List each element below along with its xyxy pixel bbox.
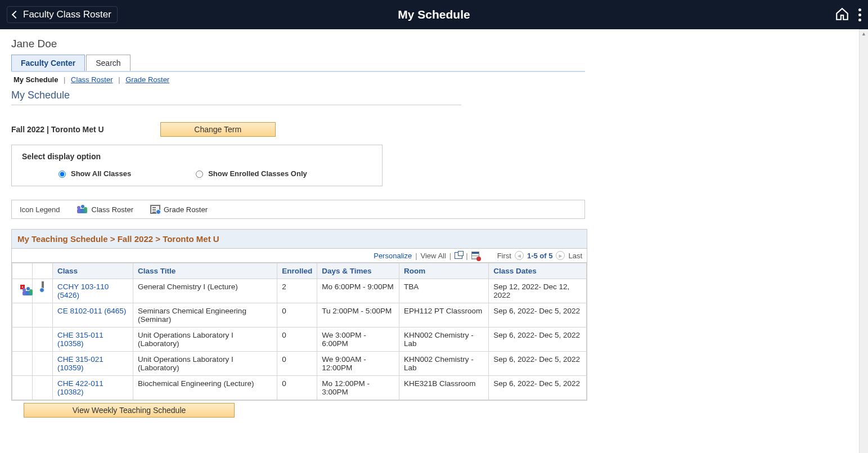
- cell-days: We 3:00PM - 6:00PM: [317, 328, 399, 352]
- cell-room: EPH112 PT Classroom: [399, 303, 488, 328]
- scroll-up-icon[interactable]: ▲: [860, 29, 868, 38]
- subnav-my-schedule[interactable]: My Schedule: [14, 75, 58, 84]
- pager-last[interactable]: Last: [568, 252, 582, 260]
- cell-room: KHN002 Chemistry - Lab: [399, 328, 488, 352]
- table-row: CHE 315-021 (10359)Unit Operations Labor…: [12, 352, 587, 376]
- cell-title: Seminars Chemical Engineering (Seminar): [133, 303, 277, 328]
- change-term-button[interactable]: Change Term: [160, 122, 276, 137]
- back-label: Faculty Class Roster: [23, 9, 111, 20]
- cell-days: Tu 2:00PM - 5:00PM: [317, 303, 399, 328]
- pager-next[interactable]: ►: [556, 251, 565, 260]
- cell-enrolled: 0: [277, 376, 317, 400]
- subnav-class-roster[interactable]: Class Roster: [71, 75, 113, 84]
- col-enrolled[interactable]: Enrolled: [277, 263, 317, 279]
- teaching-schedule-section: My Teaching Schedule > Fall 2022 > Toron…: [11, 229, 587, 401]
- cell-enrolled: 2: [277, 279, 317, 303]
- class-link[interactable]: CHE 315-021 (10359): [57, 355, 104, 372]
- grade-roster-icon: [150, 205, 160, 214]
- primary-tabs: Faculty Center Search: [11, 55, 585, 72]
- cell-title: Unit Operations Laboratory I (Laboratory…: [133, 328, 277, 352]
- cell-enrolled: 0: [277, 328, 317, 352]
- view-all-link[interactable]: View All: [421, 252, 446, 260]
- cell-enrolled: 0: [277, 352, 317, 376]
- cell-title: General Chemistry I (Lecture): [133, 279, 277, 303]
- page-heading: My Schedule: [11, 89, 461, 105]
- cell-title: Biochemical Engineering (Lecture): [133, 376, 277, 400]
- table-row: CHE 315-011 (10358)Unit Operations Labor…: [12, 328, 587, 352]
- radio-show-enrolled-input[interactable]: [196, 171, 203, 178]
- cell-dates: Sep 6, 2022- Dec 5, 2022: [489, 303, 587, 328]
- radio-show-enrolled[interactable]: Show Enrolled Classes Only: [193, 169, 307, 178]
- radio-show-enrolled-label: Show Enrolled Classes Only: [208, 169, 307, 178]
- cell-dates: Sep 12, 2022- Dec 12, 2022: [489, 279, 587, 303]
- vertical-scrollbar[interactable]: ▲: [859, 29, 868, 423]
- class-link[interactable]: CE 8102-011 (6465): [57, 307, 126, 315]
- col-room[interactable]: Room: [399, 263, 488, 279]
- tab-search[interactable]: Search: [86, 55, 130, 71]
- col-days-times[interactable]: Days & Times: [317, 263, 399, 279]
- term-label: Fall 2022 | Toronto Met U: [11, 125, 104, 134]
- class-link[interactable]: CHE 315-011 (10358): [57, 331, 104, 348]
- class-roster-icon[interactable]: [20, 285, 25, 289]
- table-row: CCHY 103-110 (5426)General Chemistry I (…: [12, 279, 587, 303]
- class-link[interactable]: CCHY 103-110 (5426): [57, 282, 109, 299]
- top-bar: Faculty Class Roster My Schedule: [0, 0, 868, 29]
- col-class-title[interactable]: Class Title: [133, 263, 277, 279]
- cell-days: We 9:00AM - 12:00PM: [317, 352, 399, 376]
- zoom-icon[interactable]: [455, 252, 462, 259]
- subnav-grade-roster[interactable]: Grade Roster: [125, 75, 169, 84]
- download-icon[interactable]: [471, 252, 479, 259]
- table-row: CHE 422-011 (10382)Biochemical Engineeri…: [12, 376, 587, 400]
- legend-class-roster: Class Roster: [92, 205, 133, 214]
- cell-title: Unit Operations Laboratory I (Laboratory…: [133, 352, 277, 376]
- legend-title: Icon Legend: [20, 205, 60, 214]
- table-row: CE 8102-011 (6465)Seminars Chemical Engi…: [12, 303, 587, 328]
- radio-show-all-label: Show All Classes: [71, 169, 131, 178]
- radio-show-all[interactable]: Show All Classes: [56, 169, 131, 178]
- class-link[interactable]: CHE 422-011 (10382): [57, 379, 104, 396]
- display-option-title: Select display option: [22, 152, 372, 161]
- user-name: Jane Doe: [11, 38, 585, 50]
- back-button[interactable]: Faculty Class Roster: [7, 6, 118, 23]
- cell-room: KHN002 Chemistry - Lab: [399, 352, 488, 376]
- schedule-table: Class Class Title Enrolled Days & Times …: [12, 263, 587, 400]
- pager-first[interactable]: First: [497, 252, 511, 260]
- class-roster-icon: [77, 205, 88, 214]
- col-class[interactable]: Class: [53, 263, 133, 279]
- cell-days: Mo 6:00PM - 9:00PM: [317, 279, 399, 303]
- cell-room: TBA: [399, 279, 488, 303]
- page-title: My Schedule: [398, 8, 470, 21]
- cell-days: Mo 12:00PM - 3:00PM: [317, 376, 399, 400]
- icon-legend: Icon Legend Class Roster Grade Roster: [11, 200, 585, 219]
- legend-grade-roster: Grade Roster: [164, 205, 208, 214]
- col-class-dates[interactable]: Class Dates: [489, 263, 587, 279]
- pager-prev[interactable]: ◄: [515, 251, 524, 260]
- display-option-box: Select display option Show All Classes S…: [11, 145, 383, 186]
- radio-show-all-input[interactable]: [59, 171, 66, 178]
- kebab-menu-icon[interactable]: [858, 8, 861, 21]
- table-controls: Personalize | View All | | First ◄ 1-5 o…: [12, 249, 587, 263]
- grade-roster-icon[interactable]: [42, 281, 44, 292]
- pager-range: 1-5 of 5: [527, 252, 553, 260]
- cell-dates: Sep 6, 2022- Dec 5, 2022: [489, 376, 587, 400]
- cell-room: KHE321B Classroom: [399, 376, 488, 400]
- cell-dates: Sep 6, 2022- Dec 5, 2022: [489, 328, 587, 352]
- sub-nav: My Schedule | Class Roster | Grade Roste…: [11, 72, 585, 87]
- cell-enrolled: 0: [277, 303, 317, 328]
- chevron-left-icon: [12, 11, 20, 19]
- section-title: My Teaching Schedule > Fall 2022 > Toron…: [12, 230, 587, 249]
- tab-faculty-center[interactable]: Faculty Center: [11, 55, 85, 71]
- home-icon[interactable]: [835, 7, 849, 23]
- cell-dates: Sep 6, 2022- Dec 5, 2022: [489, 352, 587, 376]
- personalize-link[interactable]: Personalize: [374, 252, 412, 260]
- view-weekly-button[interactable]: View Weekly Teaching Schedule: [24, 403, 235, 418]
